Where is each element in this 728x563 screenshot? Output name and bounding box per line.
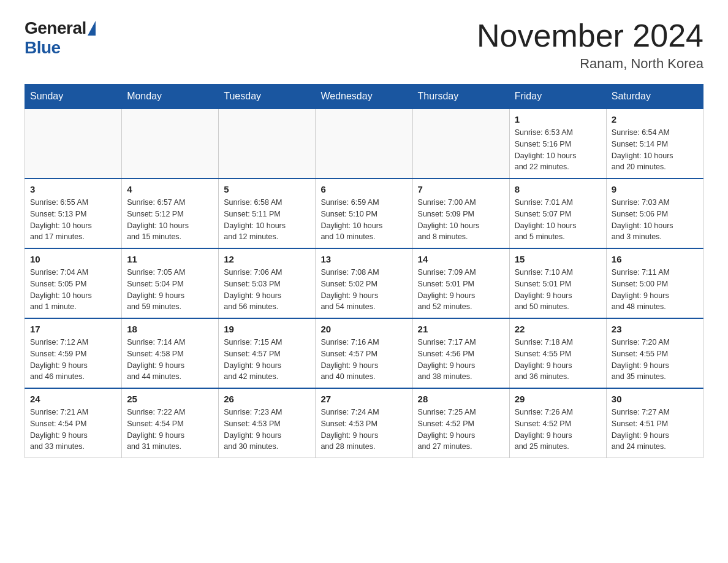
day-number: 16	[612, 254, 698, 264]
day-number: 13	[320, 254, 407, 264]
calendar-cell: 3Sunrise: 6:55 AM Sunset: 5:13 PM Daylig…	[25, 178, 122, 248]
calendar-cell: 5Sunrise: 6:58 AM Sunset: 5:11 PM Daylig…	[219, 178, 316, 248]
calendar-cell	[316, 109, 412, 178]
calendar-cell: 17Sunrise: 7:12 AM Sunset: 4:59 PM Dayli…	[25, 318, 122, 388]
header-thursday: Thursday	[412, 85, 509, 109]
calendar-header-row: SundayMondayTuesdayWednesdayThursdayFrid…	[25, 85, 703, 109]
calendar-table: SundayMondayTuesdayWednesdayThursdayFrid…	[25, 84, 703, 458]
day-number: 18	[127, 324, 213, 334]
day-info: Sunrise: 7:10 AM Sunset: 5:01 PM Dayligh…	[515, 267, 601, 313]
day-number: 29	[515, 394, 601, 404]
calendar-cell: 26Sunrise: 7:23 AM Sunset: 4:53 PM Dayli…	[219, 388, 316, 458]
day-info: Sunrise: 7:12 AM Sunset: 4:59 PM Dayligh…	[30, 337, 116, 383]
day-info: Sunrise: 7:00 AM Sunset: 5:09 PM Dayligh…	[418, 197, 504, 243]
calendar-cell: 14Sunrise: 7:09 AM Sunset: 5:01 PM Dayli…	[412, 248, 509, 318]
calendar-cell: 29Sunrise: 7:26 AM Sunset: 4:52 PM Dayli…	[509, 388, 606, 458]
day-number: 24	[30, 394, 116, 404]
day-number: 6	[320, 184, 407, 194]
calendar-cell: 10Sunrise: 7:04 AM Sunset: 5:05 PM Dayli…	[25, 248, 122, 318]
day-number: 28	[418, 394, 504, 404]
title-section: November 2024 Ranam, North Korea	[477, 18, 703, 72]
header-friday: Friday	[509, 85, 606, 109]
calendar-cell: 23Sunrise: 7:20 AM Sunset: 4:55 PM Dayli…	[606, 318, 703, 388]
day-number: 12	[224, 254, 310, 264]
calendar-cell: 6Sunrise: 6:59 AM Sunset: 5:10 PM Daylig…	[316, 178, 412, 248]
day-number: 1	[515, 114, 601, 124]
calendar-cell	[122, 109, 219, 178]
calendar-cell: 28Sunrise: 7:25 AM Sunset: 4:52 PM Dayli…	[412, 388, 509, 458]
calendar-cell: 4Sunrise: 6:57 AM Sunset: 5:12 PM Daylig…	[122, 178, 219, 248]
day-info: Sunrise: 7:14 AM Sunset: 4:58 PM Dayligh…	[127, 337, 213, 383]
day-info: Sunrise: 7:22 AM Sunset: 4:54 PM Dayligh…	[127, 407, 213, 453]
day-number: 8	[515, 184, 601, 194]
day-info: Sunrise: 7:23 AM Sunset: 4:53 PM Dayligh…	[224, 407, 310, 453]
calendar-week-4: 24Sunrise: 7:21 AM Sunset: 4:54 PM Dayli…	[25, 388, 703, 458]
day-number: 14	[418, 254, 504, 264]
calendar-cell: 1Sunrise: 6:53 AM Sunset: 5:16 PM Daylig…	[509, 109, 606, 178]
day-number: 23	[612, 324, 698, 334]
header-tuesday: Tuesday	[219, 85, 316, 109]
calendar-cell	[219, 109, 316, 178]
day-number: 26	[224, 394, 310, 404]
month-title: November 2024	[477, 18, 703, 53]
logo-blue-text: Blue	[25, 38, 61, 58]
calendar-cell: 19Sunrise: 7:15 AM Sunset: 4:57 PM Dayli…	[219, 318, 316, 388]
calendar-cell: 21Sunrise: 7:17 AM Sunset: 4:56 PM Dayli…	[412, 318, 509, 388]
day-number: 2	[612, 114, 698, 124]
calendar-week-0: 1Sunrise: 6:53 AM Sunset: 5:16 PM Daylig…	[25, 109, 703, 178]
calendar-cell: 11Sunrise: 7:05 AM Sunset: 5:04 PM Dayli…	[122, 248, 219, 318]
calendar-cell	[412, 109, 509, 178]
day-info: Sunrise: 7:25 AM Sunset: 4:52 PM Dayligh…	[418, 407, 504, 453]
day-number: 15	[515, 254, 601, 264]
calendar-cell: 8Sunrise: 7:01 AM Sunset: 5:07 PM Daylig…	[509, 178, 606, 248]
day-info: Sunrise: 6:59 AM Sunset: 5:10 PM Dayligh…	[320, 197, 407, 243]
calendar-cell: 25Sunrise: 7:22 AM Sunset: 4:54 PM Dayli…	[122, 388, 219, 458]
calendar-cell: 15Sunrise: 7:10 AM Sunset: 5:01 PM Dayli…	[509, 248, 606, 318]
day-info: Sunrise: 7:18 AM Sunset: 4:55 PM Dayligh…	[515, 337, 601, 383]
calendar-cell: 16Sunrise: 7:11 AM Sunset: 5:00 PM Dayli…	[606, 248, 703, 318]
header-sunday: Sunday	[25, 85, 122, 109]
calendar-week-1: 3Sunrise: 6:55 AM Sunset: 5:13 PM Daylig…	[25, 178, 703, 248]
day-number: 4	[127, 184, 213, 194]
calendar-cell: 20Sunrise: 7:16 AM Sunset: 4:57 PM Dayli…	[316, 318, 412, 388]
day-info: Sunrise: 7:01 AM Sunset: 5:07 PM Dayligh…	[515, 197, 601, 243]
day-number: 10	[30, 254, 116, 264]
day-info: Sunrise: 7:16 AM Sunset: 4:57 PM Dayligh…	[320, 337, 407, 383]
day-info: Sunrise: 7:05 AM Sunset: 5:04 PM Dayligh…	[127, 267, 213, 313]
day-number: 3	[30, 184, 116, 194]
day-number: 22	[515, 324, 601, 334]
location: Ranam, North Korea	[477, 56, 703, 72]
day-number: 7	[418, 184, 504, 194]
day-number: 21	[418, 324, 504, 334]
day-info: Sunrise: 7:09 AM Sunset: 5:01 PM Dayligh…	[418, 267, 504, 313]
day-info: Sunrise: 7:26 AM Sunset: 4:52 PM Dayligh…	[515, 407, 601, 453]
day-number: 25	[127, 394, 213, 404]
calendar-cell	[25, 109, 122, 178]
day-info: Sunrise: 6:58 AM Sunset: 5:11 PM Dayligh…	[224, 197, 310, 243]
calendar-cell: 2Sunrise: 6:54 AM Sunset: 5:14 PM Daylig…	[606, 109, 703, 178]
day-info: Sunrise: 7:04 AM Sunset: 5:05 PM Dayligh…	[30, 267, 116, 313]
logo-general-text: General	[25, 18, 86, 38]
calendar-cell: 27Sunrise: 7:24 AM Sunset: 4:53 PM Dayli…	[316, 388, 412, 458]
day-info: Sunrise: 7:27 AM Sunset: 4:51 PM Dayligh…	[612, 407, 698, 453]
day-info: Sunrise: 7:08 AM Sunset: 5:02 PM Dayligh…	[320, 267, 407, 313]
day-number: 9	[612, 184, 698, 194]
day-info: Sunrise: 7:20 AM Sunset: 4:55 PM Dayligh…	[612, 337, 698, 383]
calendar-cell: 9Sunrise: 7:03 AM Sunset: 5:06 PM Daylig…	[606, 178, 703, 248]
day-number: 11	[127, 254, 213, 264]
calendar-cell: 22Sunrise: 7:18 AM Sunset: 4:55 PM Dayli…	[509, 318, 606, 388]
page-header: General Blue November 2024 Ranam, North …	[25, 18, 703, 72]
day-number: 19	[224, 324, 310, 334]
day-number: 17	[30, 324, 116, 334]
day-info: Sunrise: 7:03 AM Sunset: 5:06 PM Dayligh…	[612, 197, 698, 243]
day-info: Sunrise: 6:55 AM Sunset: 5:13 PM Dayligh…	[30, 197, 116, 243]
day-info: Sunrise: 6:57 AM Sunset: 5:12 PM Dayligh…	[127, 197, 213, 243]
day-info: Sunrise: 7:21 AM Sunset: 4:54 PM Dayligh…	[30, 407, 116, 453]
day-number: 5	[224, 184, 310, 194]
calendar-cell: 7Sunrise: 7:00 AM Sunset: 5:09 PM Daylig…	[412, 178, 509, 248]
day-info: Sunrise: 7:24 AM Sunset: 4:53 PM Dayligh…	[320, 407, 407, 453]
header-monday: Monday	[122, 85, 219, 109]
day-info: Sunrise: 7:15 AM Sunset: 4:57 PM Dayligh…	[224, 337, 310, 383]
calendar-week-2: 10Sunrise: 7:04 AM Sunset: 5:05 PM Dayli…	[25, 248, 703, 318]
header-wednesday: Wednesday	[316, 85, 412, 109]
